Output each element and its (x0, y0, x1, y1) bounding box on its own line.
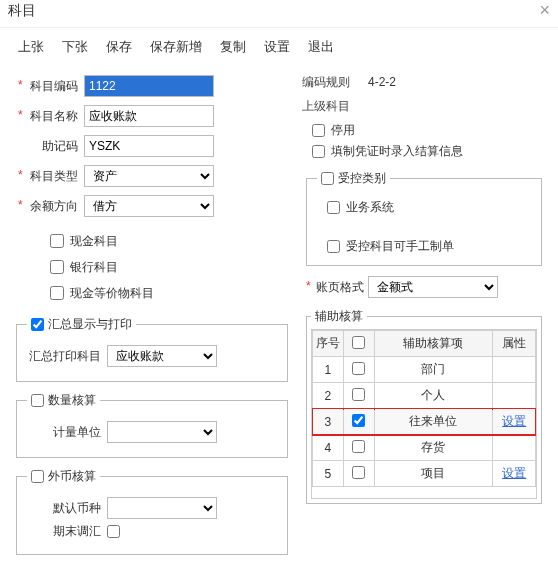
row-link[interactable]: 设置 (502, 414, 526, 428)
table-row[interactable]: 3往来单位设置 (313, 409, 536, 435)
aux-table: 序号 辅助核算项 属性 1部门2个人3往来单位设置4存货5项目设置 (312, 330, 536, 487)
aux-table-wrap[interactable]: 序号 辅助核算项 属性 1部门2个人3往来单位设置4存货5项目设置 (311, 329, 537, 499)
table-row[interactable]: 2个人 (313, 383, 536, 409)
toolbar-save-new[interactable]: 保存新增 (150, 38, 202, 56)
biz-label: 业务系统 (346, 199, 394, 216)
aux-col-check (343, 331, 374, 357)
fx-select[interactable] (107, 497, 217, 519)
table-row[interactable]: 5项目设置 (313, 461, 536, 487)
row-item: 项目 (374, 461, 493, 487)
toolbar-copy[interactable]: 复制 (220, 38, 246, 56)
biz-checkbox[interactable] (327, 201, 340, 214)
rule-value: 4-2-2 (368, 75, 396, 89)
row-checkbox[interactable] (352, 414, 365, 427)
dialog-title: 科目 (8, 2, 36, 20)
voucher-label: 填制凭证时录入结算信息 (331, 143, 463, 160)
fx-legend: 外币核算 (48, 468, 96, 485)
aux-col-attr: 属性 (493, 331, 536, 357)
cash-label: 现金科目 (70, 233, 118, 250)
acct-format-label: 账页格式 (306, 279, 364, 296)
cash-checkbox[interactable] (50, 234, 64, 248)
fx-toggle[interactable] (31, 470, 44, 483)
fx-field-label: 默认币种 (27, 500, 101, 517)
cashequiv-label: 现金等价物科目 (70, 285, 154, 302)
controlled-legend: 受控类别 (338, 170, 386, 187)
qty-select[interactable] (107, 421, 217, 443)
row-link[interactable]: 设置 (502, 466, 526, 480)
summary-toggle[interactable] (31, 318, 44, 331)
row-item: 往来单位 (374, 409, 493, 435)
table-row[interactable]: 1部门 (313, 357, 536, 383)
row-item: 存货 (374, 435, 493, 461)
aux-legend: 辅助核算 (311, 308, 367, 325)
aux-col-idx: 序号 (313, 331, 344, 357)
voucher-checkbox[interactable] (312, 145, 325, 158)
cashequiv-checkbox[interactable] (50, 286, 64, 300)
summary-select[interactable]: 应收账款 (107, 345, 217, 367)
name-label: 科目名称 (12, 108, 84, 125)
balance-label: 余额方向 (12, 198, 84, 215)
type-select[interactable]: 资产 (84, 165, 214, 187)
fx-fieldset: 外币核算 默认币种 期末调汇 (16, 468, 288, 555)
code-input[interactable] (84, 75, 214, 97)
toolbar-prev[interactable]: 上张 (18, 38, 44, 56)
row-idx: 5 (313, 461, 344, 487)
row-item: 部门 (374, 357, 493, 383)
summary-field-label: 汇总打印科目 (27, 348, 101, 365)
aux-col-item: 辅助核算项 (374, 331, 493, 357)
row-checkbox[interactable] (352, 466, 365, 479)
mnemonic-input[interactable] (84, 135, 214, 157)
toolbar-next[interactable]: 下张 (62, 38, 88, 56)
parent-label: 上级科目 (302, 98, 358, 115)
row-checkbox[interactable] (352, 440, 365, 453)
summary-fieldset: 汇总显示与打印 汇总打印科目 应收账款 (16, 316, 288, 382)
code-label: 科目编码 (12, 78, 84, 95)
toolbar: 上张 下张 保存 保存新增 复制 设置 退出 (0, 28, 558, 64)
fx-reval-checkbox[interactable] (107, 525, 120, 538)
row-idx: 1 (313, 357, 344, 383)
controlled-fieldset: 受控类别 业务系统 受控科目可手工制单 (306, 170, 542, 266)
summary-legend: 汇总显示与打印 (48, 316, 132, 333)
qty-fieldset: 数量核算 计量单位 (16, 392, 288, 458)
balance-select[interactable]: 借方 (84, 195, 214, 217)
table-row[interactable]: 4存货 (313, 435, 536, 461)
close-icon[interactable]: × (539, 0, 550, 21)
row-item: 个人 (374, 383, 493, 409)
bank-label: 银行科目 (70, 259, 118, 276)
qty-legend: 数量核算 (48, 392, 96, 409)
fx-reval-label: 期末调汇 (27, 523, 101, 540)
acct-format-select[interactable]: 金额式 (368, 276, 498, 298)
bank-checkbox[interactable] (50, 260, 64, 274)
qty-field-label: 计量单位 (27, 424, 101, 441)
name-input[interactable] (84, 105, 214, 127)
aux-fieldset: 辅助核算 序号 辅助核算项 属性 1部门2个人3往来单位设置4存货5项目设置 (306, 308, 542, 504)
aux-check-all[interactable] (352, 336, 365, 349)
row-idx: 3 (313, 409, 344, 435)
disable-checkbox[interactable] (312, 124, 325, 137)
row-checkbox[interactable] (352, 362, 365, 375)
toolbar-exit[interactable]: 退出 (308, 38, 334, 56)
controlled-toggle[interactable] (321, 172, 334, 185)
row-idx: 2 (313, 383, 344, 409)
row-idx: 4 (313, 435, 344, 461)
type-label: 科目类型 (12, 168, 84, 185)
row-checkbox[interactable] (352, 388, 365, 401)
toolbar-save[interactable]: 保存 (106, 38, 132, 56)
manual-checkbox[interactable] (327, 240, 340, 253)
toolbar-settings[interactable]: 设置 (264, 38, 290, 56)
disable-label: 停用 (331, 122, 355, 139)
rule-label: 编码规则 (302, 74, 358, 91)
qty-toggle[interactable] (31, 394, 44, 407)
manual-label: 受控科目可手工制单 (346, 238, 454, 255)
mnemonic-label: 助记码 (12, 138, 84, 155)
